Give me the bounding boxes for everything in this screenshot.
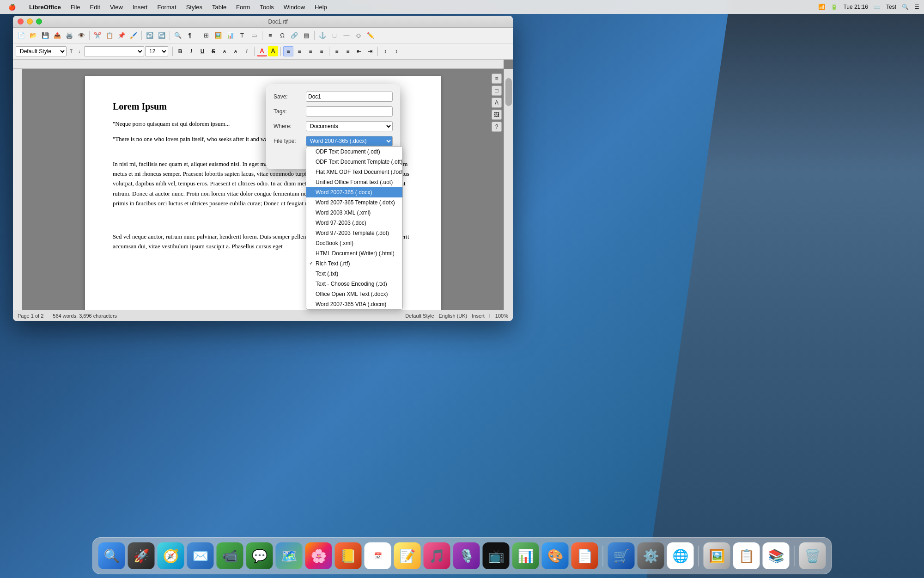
border-button[interactable]: □ <box>329 30 340 41</box>
strikethrough-button[interactable]: S <box>208 46 219 56</box>
dock-trash[interactable]: 🗑️ <box>799 542 826 569</box>
close-button[interactable] <box>18 18 24 25</box>
search-icon[interactable]: 🔍 <box>902 4 909 10</box>
menu-table[interactable]: Table <box>208 3 230 12</box>
filetype-select[interactable]: Word 2007-365 (.docx) <box>306 136 393 146</box>
align-right-button[interactable]: ≡ <box>305 46 316 56</box>
menu-tools[interactable]: Tools <box>256 3 277 12</box>
styles-button[interactable]: A <box>492 98 502 108</box>
apple-menu[interactable]: 🍎 <box>5 3 19 12</box>
maximize-button[interactable] <box>36 18 42 25</box>
dock-calendar[interactable]: 📅 <box>365 542 391 569</box>
filename-input[interactable] <box>306 92 393 102</box>
dock-maps[interactable]: 🗺️ <box>276 542 303 569</box>
menu-help[interactable]: Help <box>311 3 331 12</box>
minimize-button[interactable] <box>27 18 33 25</box>
clone-button[interactable]: 🖌️ <box>128 30 139 41</box>
dock-podcasts[interactable]: 🎙️ <box>453 542 480 569</box>
dock-music[interactable]: 🎵 <box>424 542 450 569</box>
dock-pages[interactable]: 📄 <box>571 542 598 569</box>
dock-finder[interactable]: 🔍 <box>98 542 125 569</box>
format-xml[interactable]: Word 2003 XML (.xml) <box>306 208 402 218</box>
style-new-button[interactable]: T <box>67 46 75 56</box>
dock-appletv[interactable]: 📺 <box>483 542 510 569</box>
anchor-button[interactable]: ⚓ <box>317 30 328 41</box>
dock-keynote[interactable]: 🎨 <box>542 542 569 569</box>
export-button[interactable]: 📤 <box>52 30 63 41</box>
document-scroll[interactable]: Lorem Ipsum "Neque porro quisquam est qu… <box>22 69 504 310</box>
format-docx2[interactable]: Office Open XML Text (.docx) <box>306 289 402 299</box>
format-dot[interactable]: Word 97-2003 Template (.dot) <box>306 228 402 238</box>
insert-chart-button[interactable]: 📊 <box>225 30 236 41</box>
dock-appstore[interactable]: 🛒 <box>608 542 635 569</box>
italic-button[interactable]: I <box>186 46 196 56</box>
dock-safari[interactable]: 🧭 <box>158 542 184 569</box>
align-justify-button[interactable]: ≡ <box>316 46 327 56</box>
highlight-button[interactable]: A <box>268 46 278 56</box>
list-unordered-button[interactable]: ≡ <box>332 46 342 56</box>
dock-sysprefs[interactable]: ⚙️ <box>638 542 664 569</box>
dock-books[interactable]: 📚 <box>763 542 790 569</box>
gallery-button[interactable]: 🖼 <box>492 110 502 120</box>
hyperlink-button[interactable]: 🔗 <box>289 30 300 41</box>
dock-photos[interactable]: 🌸 <box>305 542 332 569</box>
preview-button[interactable]: 👁️ <box>76 30 87 41</box>
dock-chrome[interactable]: 🌐 <box>667 542 694 569</box>
insert-frame-button[interactable]: ▭ <box>249 30 260 41</box>
sidebar-toggle[interactable]: ? <box>492 122 502 132</box>
dock-mail[interactable]: ✉️ <box>187 542 214 569</box>
undo-button[interactable]: ↩️ <box>144 30 155 41</box>
dock-notes[interactable]: 📝 <box>394 542 421 569</box>
menu-file[interactable]: File <box>67 3 84 12</box>
menu-view[interactable]: View <box>106 3 127 12</box>
font-size-select[interactable]: 12 <box>145 46 168 56</box>
subscript-button[interactable]: A <box>231 46 241 56</box>
align-button[interactable]: ≡ <box>265 30 276 41</box>
paragraph-style-select[interactable]: Default Style <box>16 46 67 56</box>
control-center-icon[interactable]: ☰ <box>914 4 919 10</box>
font-color-button[interactable]: A <box>257 46 267 56</box>
dock-textedit[interactable]: 📋 <box>733 542 760 569</box>
vertical-scrollbar[interactable] <box>504 69 513 310</box>
italic2-button[interactable]: I <box>242 46 252 56</box>
format-txte[interactable]: Text - Choose Encoding (.txt) <box>306 279 402 289</box>
format-docbook[interactable]: DocBook (.xml) <box>306 238 402 248</box>
format-docm[interactable]: Word 2007-365 VBA (.docm) <box>306 299 402 309</box>
dock-facetime[interactable]: 📹 <box>217 542 243 569</box>
print-button[interactable]: 🖨️ <box>64 30 75 41</box>
format-rtf[interactable]: Rich Text (.rtf) <box>306 258 402 269</box>
page-layout-button[interactable]: □ <box>492 86 502 96</box>
bold-button[interactable]: B <box>175 46 185 56</box>
scrollbar-thumb[interactable] <box>505 78 512 106</box>
menu-edit[interactable]: Edit <box>86 3 104 12</box>
menu-libreoffice[interactable]: LibreOffice <box>25 3 65 12</box>
dock-numbers[interactable]: 📊 <box>512 542 539 569</box>
underline-button[interactable]: U <box>197 46 207 56</box>
dock-messages[interactable]: 💬 <box>246 542 273 569</box>
cut-button[interactable]: ✂️ <box>92 30 103 41</box>
paragraph-spacing-button[interactable]: ↕ <box>380 46 390 56</box>
indent-less-button[interactable]: ⇤ <box>354 46 364 56</box>
format-html[interactable]: HTML Document (Writer) (.html) <box>306 248 402 258</box>
font-name-select[interactable]: Times New Roman <box>84 46 144 56</box>
linespacing-button[interactable]: ↕ <box>391 46 401 56</box>
dock-preview[interactable]: 🖼️ <box>704 542 730 569</box>
format-uot[interactable]: Unified Office Format text (.uot) <box>306 177 402 187</box>
indent-more-button[interactable]: ⇥ <box>365 46 375 56</box>
insert-field-button[interactable]: ▤ <box>301 30 312 41</box>
format-odt[interactable]: ODF Text Document (.odt) <box>306 147 402 157</box>
menu-window[interactable]: Window <box>280 3 309 12</box>
find-button[interactable]: 🔍 <box>172 30 183 41</box>
format-dotx[interactable]: Word 2007-365 Template (.dotx) <box>306 197 402 208</box>
new-button[interactable]: 📄 <box>16 30 27 41</box>
nonprint-button[interactable]: ¶ <box>184 30 195 41</box>
superscript-button[interactable]: A <box>219 46 230 56</box>
tags-input[interactable] <box>306 106 393 117</box>
menu-format[interactable]: Format <box>153 3 180 12</box>
navigator-button[interactable]: ≡ <box>492 74 502 84</box>
list-ordered-button[interactable]: ≡ <box>343 46 353 56</box>
draw-button[interactable]: ✏️ <box>365 30 376 41</box>
menu-insert[interactable]: Insert <box>129 3 152 12</box>
open-button[interactable]: 📂 <box>28 30 39 41</box>
align-left-button[interactable]: ≡ <box>283 46 293 56</box>
